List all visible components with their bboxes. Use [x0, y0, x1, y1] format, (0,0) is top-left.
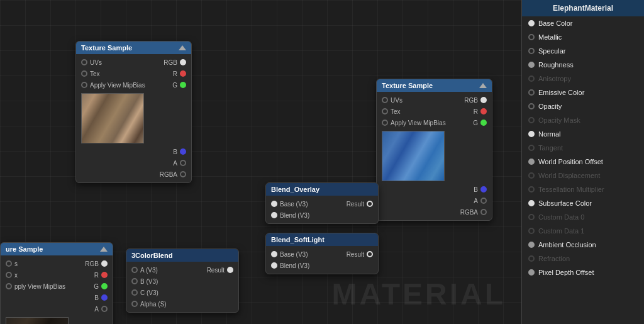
pin-row-tex-1: Tex R [76, 68, 191, 79]
pin-rgb-out-2[interactable] [480, 97, 487, 103]
node-header-texture2: Texture Sample [377, 79, 492, 92]
pin-a-blend-in[interactable] [131, 267, 138, 273]
pin-row-b-2: B [377, 184, 492, 195]
pin-r-out-3[interactable] [101, 272, 108, 278]
pin-row-uvs-3: s RGB [1, 258, 113, 269]
pin-tex-in-3[interactable] [6, 272, 12, 278]
node-header-texture3: ure Sample [1, 243, 113, 255]
material-item-specular[interactable]: Specular [522, 44, 644, 58]
mat-label-tessellation: Tessellation Multiplier [538, 186, 604, 193]
texture-sample-node-2: Texture Sample UVs RGB Tex R Apply View … [376, 79, 492, 221]
pin-b-blend-in[interactable] [131, 278, 138, 284]
pin-row-rgba-1: RGBA [76, 169, 191, 180]
texture-thumb-1 [81, 93, 144, 143]
pin-mipbias-in-1[interactable] [81, 82, 87, 88]
mat-label-opacity: Opacity [538, 103, 562, 110]
material-item-refraction[interactable]: Refraction [522, 252, 644, 265]
pin-row-a-3: A [1, 303, 113, 315]
material-item-customdata0[interactable]: Custom Data 0 [522, 210, 644, 224]
pin-rgba-out-2[interactable] [480, 209, 487, 215]
material-item-metallic[interactable]: Metallic [522, 30, 644, 44]
pin-base-overlay-in[interactable] [271, 201, 277, 207]
pin-row-b-3: B [1, 292, 113, 303]
texture-thumb-3 [6, 317, 69, 324]
material-item-normal[interactable]: Normal [522, 127, 644, 141]
material-item-opacitymask[interactable]: Opacity Mask [522, 113, 644, 127]
mat-pin-basecolor [528, 20, 535, 26]
pin-g-out-3[interactable] [101, 283, 108, 289]
pin-mipbias-in-3[interactable] [6, 283, 12, 289]
pin-b-out-1[interactable] [180, 148, 186, 155]
node-body-softlight: Base (V3) Result Blend (V3) [266, 246, 378, 274]
pin-rgb-out-1[interactable] [180, 59, 186, 65]
mat-label-opacitymask: Opacity Mask [538, 116, 580, 124]
pin-row-base-overlay: Base (V3) Result [266, 198, 378, 209]
mat-pin-roughness [528, 62, 535, 68]
material-item-worldpos[interactable]: World Position Offset [522, 155, 644, 169]
mat-pin-emissive [528, 89, 535, 96]
material-item-roughness[interactable]: Roughness [522, 58, 644, 72]
material-item-anisotropy[interactable]: Anisotropy [522, 72, 644, 86]
material-item-customdata1[interactable]: Custom Data 1 [522, 224, 644, 238]
pin-row-base-softlight: Base (V3) Result [266, 249, 378, 260]
pin-mipbias-in-2[interactable] [382, 120, 388, 126]
material-item-tessellation[interactable]: Tessellation Multiplier [522, 182, 644, 196]
mat-label-basecolor: Base Color [538, 20, 572, 27]
pin-row-tex-2: Tex R [377, 106, 492, 117]
pin-row-a-1: A [76, 157, 191, 169]
node-header-texture1: Texture Sample [76, 42, 191, 54]
mat-label-roughness: Roughness [538, 61, 574, 69]
pin-uvs-in-3[interactable] [6, 260, 12, 267]
pin-uvs-in-2[interactable] [382, 97, 388, 103]
pin-tex-in-1[interactable] [81, 70, 87, 77]
collapse-icon-2[interactable] [479, 83, 487, 88]
pin-blend-softlight-in[interactable] [271, 262, 277, 269]
pin-r-out-2[interactable] [480, 108, 487, 115]
pin-alpha-blend-in[interactable] [131, 301, 138, 307]
pin-blend-overlay-in[interactable] [271, 212, 277, 218]
pin-rgb-out-3[interactable] [101, 260, 108, 267]
node-body-texture2: UVs RGB Tex R Apply View MipBias G B A R… [377, 92, 492, 220]
pin-g-out-1[interactable] [180, 82, 186, 88]
pin-a-out-2[interactable] [480, 198, 487, 204]
material-item-tangent[interactable]: Tangent [522, 141, 644, 155]
mat-pin-metallic [528, 34, 535, 40]
pin-row-c-blend: C (V3) [126, 287, 238, 298]
mat-label-specular: Specular [538, 47, 565, 55]
pin-tex-in-2[interactable] [382, 108, 388, 115]
node-header-colorblend: 3ColorBlend [126, 249, 238, 262]
pin-a-out-3[interactable] [101, 306, 108, 312]
pin-result-overlay-out[interactable] [367, 201, 373, 207]
collapse-icon-3[interactable] [100, 247, 108, 252]
pin-b-out-2[interactable] [480, 186, 487, 193]
node-body-overlay: Base (V3) Result Blend (V3) [266, 196, 378, 223]
material-item-pixeldepth[interactable]: Pixel Depth Offset [522, 265, 644, 279]
material-item-opacity[interactable]: Opacity [522, 99, 644, 113]
pin-g-out-2[interactable] [480, 120, 487, 126]
pin-r-out-1[interactable] [180, 70, 186, 77]
material-item-subsurface[interactable]: Subsurface Color [522, 196, 644, 210]
pin-result-blend-out[interactable] [227, 267, 233, 273]
material-item-worlddisp[interactable]: World Displacement [522, 169, 644, 182]
material-panel: ElephantMaterial Base Color Metallic Spe… [521, 0, 644, 324]
pin-rgba-out-1[interactable] [180, 171, 186, 177]
mat-label-pixeldepth: Pixel Depth Offset [538, 269, 594, 276]
node-title-overlay: Blend_Overlay [271, 186, 319, 193]
material-item-ao[interactable]: Ambient Occlusion [522, 238, 644, 252]
pin-result-softlight-out[interactable] [367, 251, 373, 257]
mat-pin-anisotropy [528, 75, 535, 82]
material-item-basecolor[interactable]: Base Color [522, 16, 644, 30]
texture-thumb-2 [382, 131, 445, 181]
mat-pin-worldpos [528, 159, 535, 165]
pin-a-out-1[interactable] [180, 160, 186, 166]
pin-base-softlight-in[interactable] [271, 251, 277, 257]
collapse-icon-1[interactable] [179, 45, 186, 50]
pin-b-out-3[interactable] [101, 294, 108, 301]
pin-uvs-in-1[interactable] [81, 59, 87, 65]
material-item-emissive[interactable]: Emissive Color [522, 86, 644, 99]
pin-c-blend-in[interactable] [131, 289, 138, 296]
mat-pin-refraction [528, 255, 535, 262]
mat-label-refraction: Refraction [538, 255, 570, 262]
blend-overlay-node: Blend_Overlay Base (V3) Result Blend (V3… [265, 182, 379, 224]
pin-row-tex-3: x R [1, 269, 113, 281]
